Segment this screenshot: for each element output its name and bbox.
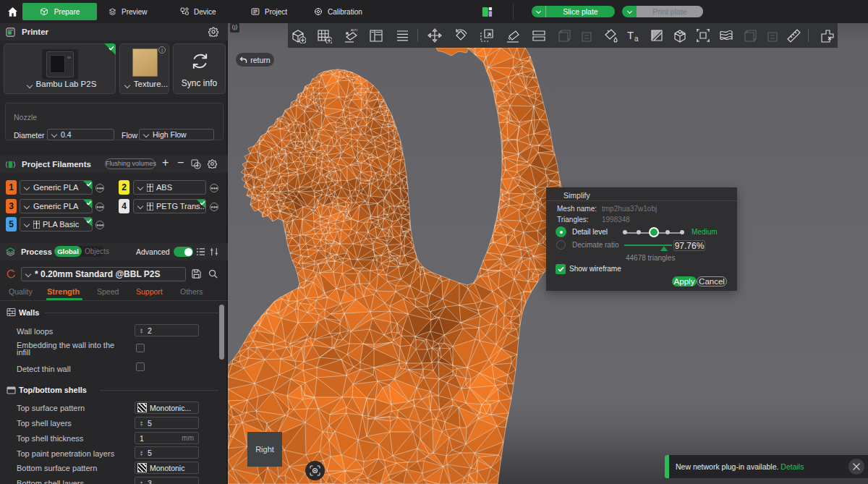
svg-text:a: a (634, 35, 639, 43)
svg-text:AUTO: AUTO (351, 28, 358, 32)
svg-text:T: T (627, 29, 634, 41)
